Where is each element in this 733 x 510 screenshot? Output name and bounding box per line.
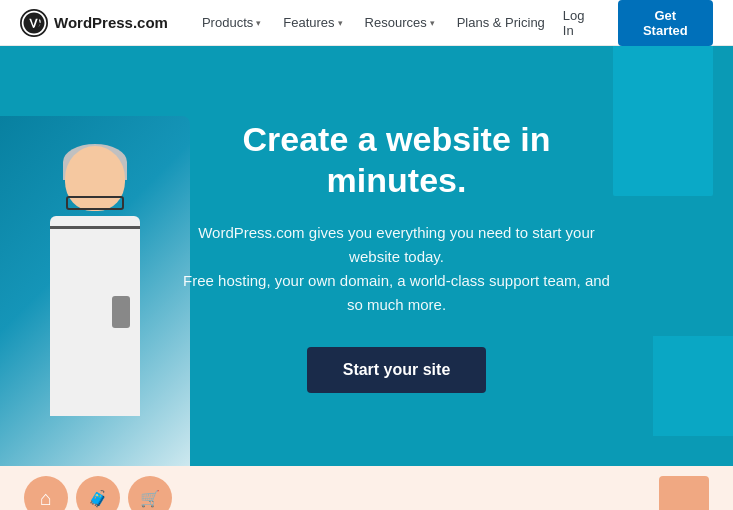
brand-name: WordPress.com bbox=[54, 14, 168, 31]
bottom-strip: ⌂ 🧳 🛒 bbox=[0, 466, 733, 510]
nav-links: Products ▾ Features ▾ Resources ▾ Plans … bbox=[192, 9, 555, 36]
hero-subtitle: WordPress.com gives you everything you n… bbox=[177, 221, 617, 317]
login-button[interactable]: Log In bbox=[555, 2, 606, 44]
decorative-rect bbox=[659, 476, 709, 510]
nav-features[interactable]: Features ▾ bbox=[273, 9, 352, 36]
nav-plans-pricing[interactable]: Plans & Pricing bbox=[447, 9, 555, 36]
nav-products[interactable]: Products ▾ bbox=[192, 9, 271, 36]
hero-content: Create a website in minutes. WordPress.c… bbox=[157, 119, 637, 393]
person-glasses bbox=[66, 196, 124, 210]
navbar: WordPress.com Products ▾ Features ▾ Reso… bbox=[0, 0, 733, 46]
briefcase-icon-circle[interactable]: 🧳 bbox=[76, 476, 120, 510]
chevron-down-icon: ▾ bbox=[256, 18, 261, 28]
start-site-button[interactable]: Start your site bbox=[307, 347, 487, 393]
person-phone bbox=[112, 296, 130, 328]
briefcase-icon: 🧳 bbox=[88, 489, 108, 508]
hero-title: Create a website in minutes. bbox=[177, 119, 617, 201]
brand[interactable]: WordPress.com bbox=[20, 9, 168, 37]
nav-resources[interactable]: Resources ▾ bbox=[355, 9, 445, 36]
nav-right: Log In Get Started bbox=[555, 0, 713, 46]
hero-section: Create a website in minutes. WordPress.c… bbox=[0, 46, 733, 466]
cart-icon: 🛒 bbox=[140, 489, 160, 508]
home-icon-circle[interactable]: ⌂ bbox=[24, 476, 68, 510]
chevron-down-icon: ▾ bbox=[338, 18, 343, 28]
chevron-down-icon: ▾ bbox=[430, 18, 435, 28]
person-head bbox=[65, 146, 125, 211]
get-started-button[interactable]: Get Started bbox=[618, 0, 713, 46]
home-icon: ⌂ bbox=[40, 487, 52, 510]
cart-icon-circle[interactable]: 🛒 bbox=[128, 476, 172, 510]
bottom-strip-right bbox=[659, 476, 709, 510]
wordpress-logo bbox=[20, 9, 48, 37]
person-figure bbox=[10, 126, 180, 466]
